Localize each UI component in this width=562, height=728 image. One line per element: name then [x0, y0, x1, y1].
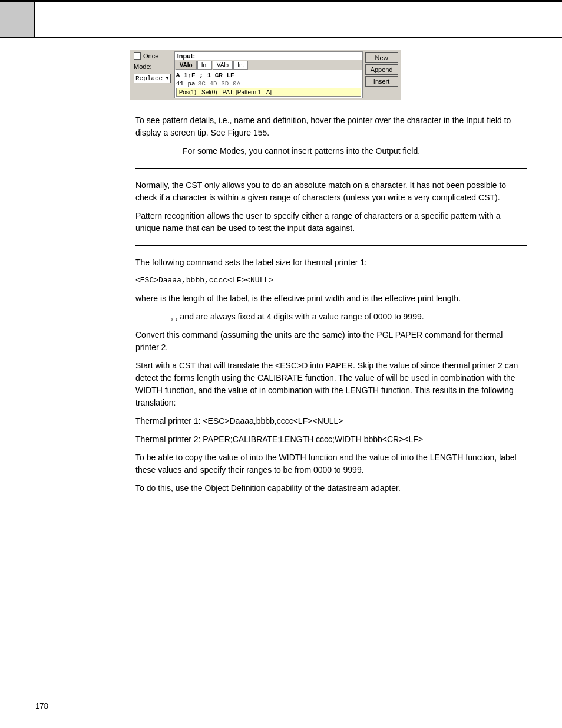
input-body: A 1↑F ; 1 CR LF 41 pa 3C 4D 3D 0A Pos(1)…	[175, 70, 362, 98]
para-5: The following command sets the label siz…	[135, 256, 527, 269]
mode-value: Replace	[135, 75, 163, 82]
header-tab	[0, 2, 35, 37]
tab-valo1[interactable]: VAlo	[176, 61, 197, 70]
ui-widget-area: Once Mode: Replace ▼ Input:	[130, 50, 527, 100]
tooltip-text: Pos(1) - Sel(0) - PAT: [Pattern 1 - A]	[179, 89, 272, 95]
para-6-mono: <ESC>Daaaa,bbbb,cccc<LF><NULL>	[135, 275, 527, 286]
new-button[interactable]: New	[365, 52, 398, 63]
once-checkbox[interactable]	[134, 52, 141, 60]
input-tooltip: Pos(1) - Sel(0) - PAT: [Pattern 1 - A]	[176, 88, 361, 97]
tab-in1[interactable]: In.	[197, 61, 212, 70]
page-container: Once Mode: Replace ▼ Input:	[0, 0, 562, 728]
para-10: Start with a CST that will translate the…	[135, 360, 527, 409]
input-row2: 41 pa 3C 4D 3D 0A	[176, 80, 361, 88]
mode-label: Mode:	[134, 63, 152, 70]
ui-widget-left: Once Mode: Replace ▼	[131, 51, 173, 98]
input-row1-text: A 1↑F ; 1 CR LF	[176, 72, 234, 79]
input-section: Input: VAlo In. VAlo In. A 1↑F ; 1 CR LF…	[174, 51, 363, 98]
main-content: Once Mode: Replace ▼ Input:	[0, 38, 562, 728]
append-button[interactable]: Append	[365, 64, 398, 75]
para-12: Thermal printer 2: PAPER;CALIBRATE;LENGT…	[135, 433, 527, 446]
para-9: Convert this command (assuming the units…	[135, 329, 527, 354]
mode-dropdown-arrow[interactable]: ▼	[164, 75, 168, 81]
header-block	[0, 2, 562, 38]
para-13: To be able to copy the value of into the…	[135, 452, 527, 476]
tab-valo2[interactable]: VAlo	[213, 61, 233, 70]
input-row2-text: 41 pa	[176, 80, 196, 87]
insert-button[interactable]: Insert	[365, 76, 398, 87]
para-8: , , and are always fixed at 4 digits wit…	[135, 311, 527, 323]
tab-in2[interactable]: In.	[233, 61, 248, 70]
header-line-right	[35, 2, 562, 37]
page-number: 178	[35, 701, 48, 710]
para-7: where is the length of the label, is the…	[135, 292, 527, 305]
para-4: Pattern recognition allows the user to s…	[135, 210, 527, 235]
section-divider-2	[135, 245, 527, 246]
input-tabs: VAlo In. VAlo In.	[175, 60, 362, 70]
input-row2-hex: 3C 4D 3D 0A	[198, 80, 241, 87]
ui-buttons: New Append Insert	[364, 51, 399, 98]
once-row: Once	[131, 51, 173, 61]
input-row1: A 1↑F ; 1 CR LF	[176, 71, 361, 80]
para-3: Normally, the CST only allows you to do …	[135, 179, 527, 204]
ui-widget: Once Mode: Replace ▼ Input:	[130, 50, 401, 100]
mode-select-row[interactable]: Replace ▼	[131, 73, 173, 84]
para-2-indent: For some Modes, you cannot insert patter…	[135, 145, 527, 157]
mode-select[interactable]: Replace ▼	[134, 74, 171, 83]
input-label: Input:	[175, 52, 362, 60]
section-divider-1	[135, 168, 527, 169]
mode-row: Mode:	[131, 62, 173, 71]
para-1: To see pattern details, i.e., name and d…	[135, 114, 527, 139]
para-11: Thermal printer 1: <ESC>Daaaa,bbbb,cccc<…	[135, 415, 527, 427]
para-14: To do this, use the Object Definition ca…	[135, 482, 527, 495]
once-label: Once	[143, 52, 158, 60]
